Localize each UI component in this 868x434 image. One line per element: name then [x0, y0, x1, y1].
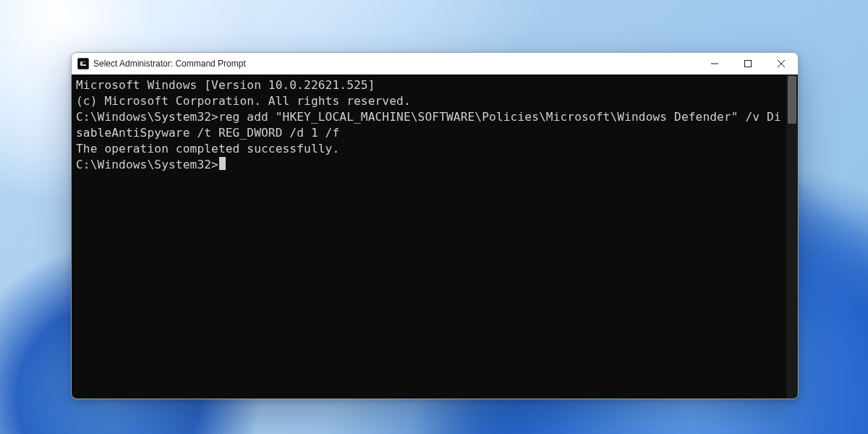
- terminal-area: Microsoft Windows [Version 10.0.22621.52…: [72, 75, 798, 399]
- prompt: C:\Windows\System32>: [76, 158, 218, 171]
- command-line: C:\Windows\System32>reg add "HKEY_LOCAL_…: [76, 109, 782, 141]
- window-title: Select Administrator: Command Prompt: [93, 59, 246, 69]
- output-line: The operation completed successfully.: [76, 141, 782, 157]
- close-icon: [778, 60, 785, 67]
- cursor: [219, 157, 226, 170]
- banner-line: Microsoft Windows [Version 10.0.22621.52…: [76, 77, 782, 93]
- prompt: C:\Windows\System32>: [76, 110, 218, 124]
- minimize-button[interactable]: [698, 53, 731, 75]
- scrollbar-vertical[interactable]: [786, 75, 798, 399]
- maximize-button[interactable]: [731, 53, 765, 75]
- minimize-icon: [711, 60, 718, 67]
- current-prompt-line: C:\Windows\System32>: [76, 157, 782, 173]
- close-button[interactable]: [765, 53, 798, 75]
- scroll-thumb[interactable]: [788, 76, 796, 124]
- cmd-window: Select Administrator: Command Prompt: [71, 52, 799, 399]
- cmd-icon: [77, 58, 89, 69]
- maximize-icon: [744, 60, 752, 67]
- terminal-output[interactable]: Microsoft Windows [Version 10.0.22621.52…: [72, 75, 786, 399]
- window-controls: [698, 53, 798, 75]
- svg-rect-1: [745, 61, 752, 67]
- banner-line: (c) Microsoft Corporation. All rights re…: [76, 93, 782, 109]
- titlebar[interactable]: Select Administrator: Command Prompt: [72, 53, 798, 75]
